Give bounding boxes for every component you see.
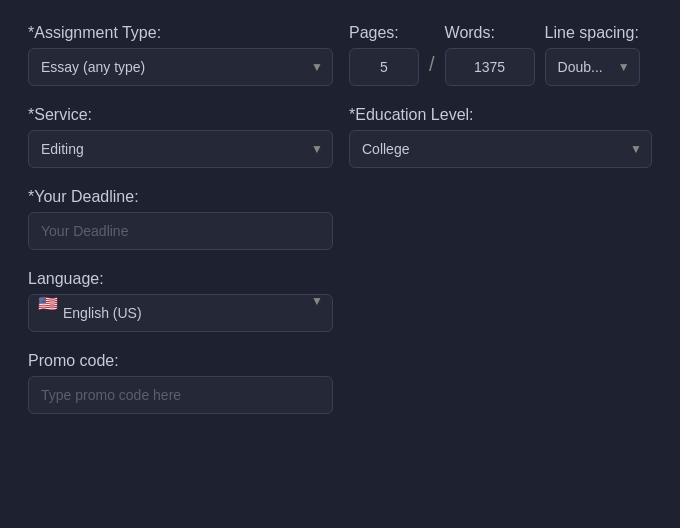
service-label: *Service: [28, 106, 333, 124]
pages-input[interactable] [349, 48, 419, 86]
promo-code-input[interactable] [28, 376, 333, 414]
promo-code-group: Promo code: [28, 352, 652, 414]
language-group: Language: 🇺🇸 English (US) English (UK) S… [28, 270, 652, 332]
pages-label: Pages: [349, 24, 419, 42]
pages-group: Pages: [349, 24, 419, 86]
assignment-type-label: *Assignment Type: [28, 24, 333, 42]
promo-code-label: Promo code: [28, 352, 652, 370]
education-level-label: *Education Level: [349, 106, 652, 124]
deadline-group: *Your Deadline: [28, 188, 652, 250]
line-spacing-wrapper: Doub... Single Triple ▼ [545, 48, 640, 86]
service-select[interactable]: Writing Editing Proofreading [28, 130, 333, 168]
education-level-wrapper: High School College University Masters P… [349, 130, 652, 168]
words-input[interactable] [445, 48, 535, 86]
service-group: *Service: Writing Editing Proofreading ▼ [28, 106, 333, 168]
words-label: Words: [445, 24, 535, 42]
deadline-input[interactable] [28, 212, 333, 250]
assignment-type-select[interactable]: Essay (any type) Research Paper Coursewo… [28, 48, 333, 86]
service-wrapper: Writing Editing Proofreading ▼ [28, 130, 333, 168]
education-level-group: *Education Level: High School College Un… [349, 106, 652, 168]
pages-section: Pages: / Words: Line spacing: Doub... Si… [349, 24, 652, 86]
education-level-select[interactable]: High School College University Masters P… [349, 130, 652, 168]
deadline-label: *Your Deadline: [28, 188, 652, 206]
slash-divider: / [429, 53, 435, 86]
language-label: Language: [28, 270, 652, 288]
line-spacing-label: Line spacing: [545, 24, 640, 42]
assignment-type-group: *Assignment Type: Essay (any type) Resea… [28, 24, 333, 86]
line-spacing-select[interactable]: Doub... Single Triple [545, 48, 640, 86]
words-group: Words: [445, 24, 535, 86]
assignment-type-wrapper: Essay (any type) Research Paper Coursewo… [28, 48, 333, 86]
order-form: *Assignment Type: Essay (any type) Resea… [0, 0, 680, 438]
line-spacing-group: Line spacing: Doub... Single Triple ▼ [545, 24, 640, 86]
language-select-wrapper: 🇺🇸 English (US) English (UK) Spanish Fre… [28, 294, 333, 332]
language-select[interactable]: English (US) English (UK) Spanish French [28, 294, 333, 332]
